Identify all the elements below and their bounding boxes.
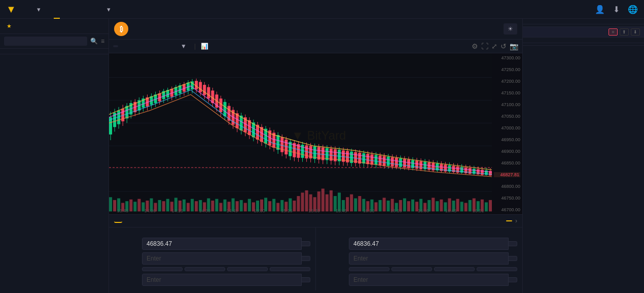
filter-pos[interactable] [37,25,42,27]
ob-type-buy[interactable]: ⬇ [631,28,640,36]
chart-area: ₿ [109,19,522,293]
globe-icon[interactable]: 🌐 [628,5,638,14]
sell-total-unit [509,277,517,282]
search-icon[interactable]: 🔍 [90,38,98,45]
buy-amount-row [114,252,310,265]
svg-rect-242 [395,158,398,167]
tf-1h[interactable] [137,45,142,47]
svg-rect-240 [391,157,394,167]
nav-spot-trading[interactable] [54,0,60,19]
svg-rect-184 [276,135,279,150]
tf-5m[interactable] [121,45,126,47]
svg-rect-244 [399,158,402,167]
chart-camera-btn[interactable]: 📷 [510,42,518,50]
leverage-badge[interactable] [506,220,512,221]
tf-4h[interactable] [146,45,151,47]
chart-controls: ⚙ ⛶ ⤢ ↺ 📷 [472,42,518,50]
svg-rect-156 [219,99,222,112]
filter-defi[interactable] [27,25,32,27]
toolbar-sep: | [194,43,196,50]
chart-refresh-btn[interactable]: ↺ [500,42,507,50]
sell-pct-buttons [349,267,517,271]
tf-d[interactable] [154,45,159,47]
buy-pct-50[interactable] [185,267,225,271]
price-scale: 47300.00 47250.00 47200.00 47150.00 4710… [492,53,522,214]
time-axis: 13:4514:0014:1514:3014:4515:0015:1515:30… [109,208,492,213]
buy-price-row [114,238,310,250]
buy-amount-input[interactable] [142,252,302,265]
top-navigation: ▼ ▾ ▾ 👤 ⬇ 🌐 [0,0,644,19]
svg-rect-158 [223,102,226,116]
filter-all[interactable] [18,25,23,27]
filter-favorites[interactable]: ★ [4,22,14,30]
sell-pct-25[interactable] [349,267,389,271]
mid-price-row: ≡ ⬆ ⬇ [523,27,644,37]
buy-price-input[interactable] [142,238,302,250]
buy-pct-100[interactable] [270,267,310,271]
svg-rect-228 [366,154,369,164]
svg-rect-234 [379,155,382,165]
filter-bar: ★ [0,19,109,34]
coin-list [0,54,109,293]
nav-contract[interactable]: ▾ [32,6,44,13]
filter-icon[interactable]: ≡ [101,38,104,45]
svg-rect-246 [403,159,406,168]
ob-type-sell[interactable]: ⬆ [620,28,629,36]
filter-bsc[interactable] [55,25,60,27]
pair-header: ₿ [109,19,522,40]
logo-icon: ▼ [6,4,16,15]
search-bar: 🔍 ≡ [0,34,109,49]
main-layout: ★ 🔍 ≡ ₿ [0,19,644,293]
filter-gray[interactable] [46,25,51,27]
buy-total-unit [302,277,310,282]
chart-toolbar: ▼ | 📊 ⚙ ⛶ ⤢ ↺ 📷 [109,40,522,53]
chart-expand-btn[interactable]: ⤢ [491,42,497,50]
tf-w[interactable] [162,45,167,47]
recent-trades-header [523,37,644,43]
nav-right: 👤 ⬇ 🌐 [579,5,638,14]
svg-rect-250 [411,160,414,168]
search-input[interactable] [4,37,87,46]
ob-type-icons: ≡ ⬆ ⬇ [609,28,640,36]
sell-price-input[interactable] [349,238,509,250]
tf-30m[interactable] [129,45,134,47]
buy-pct-75[interactable] [227,267,268,271]
nav-promotion[interactable]: ▾ [102,6,114,13]
svg-rect-254 [419,161,422,170]
ob-type-both[interactable]: ≡ [609,28,618,36]
contract-arrow[interactable]: › [515,217,517,224]
sell-pct-75[interactable] [434,267,475,271]
download-icon[interactable]: ⬇ [613,5,620,14]
right-panel: ≡ ⬆ ⬇ [522,19,644,293]
sell-total-row [321,274,517,286]
chart-settings-btn[interactable]: ⚙ [472,42,478,50]
sell-total-input[interactable] [349,274,509,286]
contract-badge: › [503,217,517,224]
svg-rect-150 [207,87,210,99]
sell-amount-input[interactable] [349,252,509,265]
sell-pct-100[interactable] [477,267,517,271]
sell-amount-unit [509,256,517,261]
chart-type-icon[interactable]: 📊 [201,43,208,50]
tf-more[interactable]: ▼ [178,42,189,51]
buy-total-input[interactable] [142,274,302,286]
chart-fullscreen-btn[interactable]: ⛶ [481,42,488,50]
sell-form [316,227,522,290]
user-icon[interactable]: 👤 [595,5,605,14]
tf-m[interactable] [170,45,175,47]
buy-pct-25[interactable] [142,267,183,271]
tab-limit[interactable] [114,219,122,223]
orderbook-header [523,19,644,24]
buy-amount-unit [302,256,310,261]
tab-market[interactable] [127,219,135,222]
chart-canvas: ▼ BitYard [109,53,522,214]
logo[interactable]: ▼ [6,4,18,15]
indicators-btn[interactable] [211,45,220,47]
coin-sidebar: ★ 🔍 ≡ [0,19,109,293]
theme-toggle[interactable]: ☀ [504,23,517,35]
svg-text:▼ BitYard: ▼ BitYard [292,128,346,142]
buy-total-row [114,274,310,286]
tf-1m[interactable] [113,45,118,47]
sell-pct-50[interactable] [391,267,432,271]
svg-rect-282 [477,169,480,174]
